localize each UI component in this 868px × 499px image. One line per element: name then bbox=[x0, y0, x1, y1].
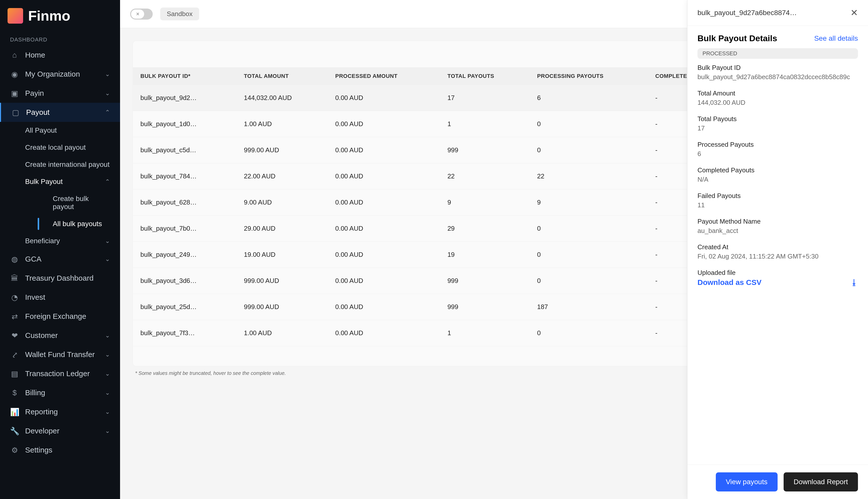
nav-wallet-transfer[interactable]: ⤤Wallet Fund Transfer⌄ bbox=[0, 345, 120, 364]
nav-home[interactable]: ⌂ Home bbox=[0, 46, 120, 64]
download-report-button[interactable]: Download Report bbox=[784, 472, 858, 491]
nav-invest[interactable]: ◔Invest bbox=[0, 288, 120, 307]
nav-billing[interactable]: $Billing⌄ bbox=[0, 383, 120, 402]
table-cell: 144,032.00 AUD bbox=[236, 85, 328, 111]
nav-all-payout[interactable]: All Payout bbox=[25, 122, 120, 139]
transfer-icon: ⤤ bbox=[10, 350, 19, 359]
table-cell: bulk_payout_7f3… bbox=[133, 320, 236, 346]
status-badge: PROCESSED bbox=[697, 48, 858, 59]
home-icon: ⌂ bbox=[10, 50, 19, 60]
nav-all-bulk-payouts[interactable]: All bulk payouts bbox=[38, 215, 120, 232]
nav-create-local-payout[interactable]: Create local payout bbox=[25, 139, 120, 156]
table-cell: 22 bbox=[530, 163, 648, 190]
detail-item: Created AtFri, 02 Aug 2024, 11:15:22 AM … bbox=[697, 243, 858, 260]
table-cell: 0 bbox=[530, 320, 648, 346]
table-cell: 22 bbox=[440, 163, 530, 190]
table-cell: 17 bbox=[440, 85, 530, 111]
detail-value: 11 bbox=[697, 201, 858, 209]
table-cell: 19 bbox=[440, 242, 530, 268]
payin-icon: ▣ bbox=[10, 89, 19, 98]
table-cell: 0.00 AUD bbox=[328, 242, 440, 268]
nav-org-label: My Organization bbox=[25, 70, 80, 78]
table-header[interactable]: PROCESSED AMOUNT bbox=[328, 67, 440, 85]
brand-logo[interactable]: Finmo bbox=[0, 0, 120, 34]
table-cell: 0 bbox=[530, 137, 648, 163]
table-header[interactable]: BULK PAYOUT ID* bbox=[133, 67, 236, 85]
table-cell: 1 bbox=[440, 111, 530, 137]
chevron-down-icon: ⌄ bbox=[105, 90, 110, 97]
table-header[interactable]: TOTAL AMOUNT bbox=[236, 67, 328, 85]
nav-payin[interactable]: ▣ Payin ⌄ bbox=[0, 84, 120, 103]
table-cell: 1 bbox=[440, 320, 530, 346]
detail-value: bulk_payout_9d27a6bec8874ca0832dccec8b58… bbox=[697, 73, 858, 81]
nav-developer[interactable]: 🔧Developer⌄ bbox=[0, 421, 120, 440]
download-icon: ⭳ bbox=[851, 278, 858, 287]
see-all-details-link[interactable]: See all details bbox=[814, 34, 858, 42]
table-cell: 0 bbox=[530, 111, 648, 137]
table-cell: 999.00 AUD bbox=[236, 137, 328, 163]
table-cell: bulk_payout_c5d… bbox=[133, 137, 236, 163]
detail-label: Total Amount bbox=[697, 89, 858, 97]
chevron-down-icon: ⌄ bbox=[105, 408, 110, 415]
nav-home-label: Home bbox=[25, 51, 45, 59]
nav-customer[interactable]: ❤Customer⌄ bbox=[0, 326, 120, 345]
nav-treasury[interactable]: 🏛Treasury Dashboard bbox=[0, 269, 120, 288]
table-cell: bulk_payout_25d… bbox=[133, 294, 236, 320]
sandbox-toggle[interactable] bbox=[130, 9, 153, 20]
detail-item: Processed Payouts6 bbox=[697, 141, 858, 158]
nav-settings[interactable]: ⚙Settings bbox=[0, 440, 120, 460]
nav-payout[interactable]: ▢ Payout ⌃ bbox=[0, 103, 120, 122]
table-cell: 999 bbox=[440, 137, 530, 163]
table-cell: bulk_payout_3d6… bbox=[133, 268, 236, 294]
table-cell: 0.00 AUD bbox=[328, 163, 440, 190]
logo-mark-icon bbox=[8, 8, 23, 24]
main-area: Sandbox 🔍 🔔 ? ▦ Filters⚲ Export⭳ BULK PA… bbox=[120, 0, 868, 499]
sandbox-chip: Sandbox bbox=[160, 8, 199, 20]
chevron-down-icon: ⌄ bbox=[105, 389, 110, 396]
close-icon[interactable]: ✕ bbox=[851, 8, 858, 18]
chevron-up-icon: ⌃ bbox=[105, 178, 110, 185]
download-csv-link[interactable]: Download as CSV ⭳ bbox=[697, 278, 858, 287]
ledger-icon: ▤ bbox=[10, 369, 19, 378]
nav-reporting[interactable]: 📊Reporting⌄ bbox=[0, 402, 120, 421]
nav-bulk-payout[interactable]: Bulk Payout ⌃ bbox=[25, 173, 120, 190]
nav-ledger[interactable]: ▤Transaction Ledger⌄ bbox=[0, 364, 120, 383]
nav-gca[interactable]: ◍GCA⌄ bbox=[0, 250, 120, 269]
table-cell: 22.00 AUD bbox=[236, 163, 328, 190]
table-cell: bulk_payout_9d2… bbox=[133, 85, 236, 111]
sidebar: Finmo DASHBOARD ⌂ Home ◉ My Organization… bbox=[0, 0, 120, 499]
detail-label: Bulk Payout ID bbox=[697, 64, 858, 72]
table-cell: 0.00 AUD bbox=[328, 216, 440, 242]
chevron-down-icon: ⌄ bbox=[105, 351, 110, 358]
nav-create-intl-payout[interactable]: Create international payout bbox=[25, 156, 120, 173]
nav-fx[interactable]: ⇄Foreign Exchange bbox=[0, 307, 120, 326]
nav-beneficiary[interactable]: Beneficiary ⌄ bbox=[25, 232, 120, 250]
table-cell: 0.00 AUD bbox=[328, 111, 440, 137]
table-cell: 9.00 AUD bbox=[236, 190, 328, 216]
detail-item: Payout Method Nameau_bank_acct bbox=[697, 218, 858, 235]
brand-name: Finmo bbox=[28, 8, 70, 24]
chevron-down-icon: ⌄ bbox=[105, 370, 110, 377]
table-header[interactable]: TOTAL PAYOUTS bbox=[440, 67, 530, 85]
drawer-heading: Bulk Payout Details bbox=[697, 34, 777, 43]
billing-icon: $ bbox=[10, 388, 19, 397]
chevron-down-icon: ⌄ bbox=[105, 332, 110, 339]
reporting-icon: 📊 bbox=[10, 407, 19, 416]
detail-item: Bulk Payout IDbulk_payout_9d27a6bec8874c… bbox=[697, 64, 858, 81]
detail-label: Processed Payouts bbox=[697, 141, 858, 148]
table-cell: 0.00 AUD bbox=[328, 85, 440, 111]
detail-value: N/A bbox=[697, 175, 858, 183]
uploaded-file-label: Uploaded file bbox=[697, 269, 858, 277]
table-cell: bulk_payout_1d0… bbox=[133, 111, 236, 137]
detail-item: Failed Payouts11 bbox=[697, 192, 858, 209]
table-header[interactable]: PROCESSING PAYOUTS bbox=[530, 67, 648, 85]
detail-value: au_bank_acct bbox=[697, 227, 858, 235]
org-icon: ◉ bbox=[10, 70, 19, 78]
nav-my-organization[interactable]: ◉ My Organization ⌄ bbox=[0, 64, 120, 84]
detail-item: Total Amount144,032.00 AUD bbox=[697, 89, 858, 107]
gear-icon: ⚙ bbox=[10, 446, 19, 454]
globe-icon: ◍ bbox=[10, 255, 19, 264]
view-payouts-button[interactable]: View payouts bbox=[716, 472, 778, 491]
table-cell: 0.00 AUD bbox=[328, 268, 440, 294]
nav-create-bulk-payout[interactable]: Create bulk payout bbox=[38, 190, 120, 215]
